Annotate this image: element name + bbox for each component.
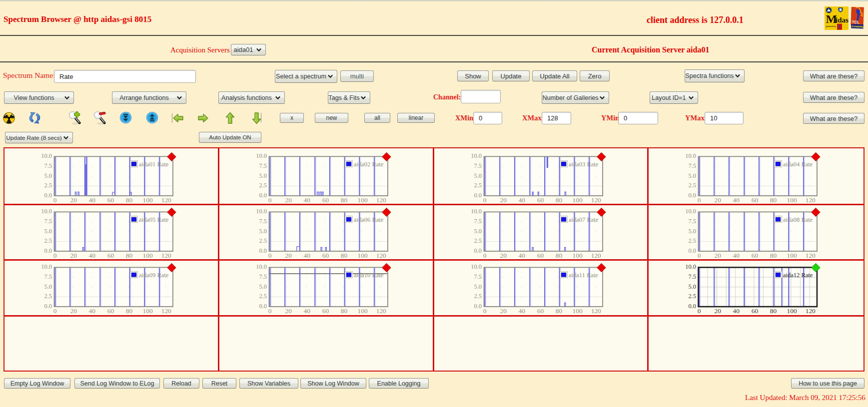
svg-text:5.0: 5.0 [689, 227, 697, 234]
svg-text:10.0: 10.0 [41, 208, 52, 215]
svg-text:80: 80 [341, 251, 348, 257]
svg-text:100: 100 [787, 307, 797, 313]
svg-text:5.0: 5.0 [474, 172, 482, 179]
svg-text:60: 60 [537, 307, 544, 313]
svg-text:100: 100 [572, 307, 582, 313]
svg-text:100: 100 [787, 251, 797, 257]
svg-text:100: 100 [357, 307, 367, 313]
svg-text:20: 20 [285, 196, 292, 202]
svg-text:120: 120 [376, 196, 386, 202]
svg-text:100: 100 [357, 196, 367, 202]
svg-text:0.0: 0.0 [44, 303, 52, 310]
svg-text:120: 120 [806, 307, 816, 313]
svg-text:0: 0 [53, 196, 57, 202]
svg-text:60: 60 [107, 251, 114, 257]
svg-text:aida12 Rate: aida12 Rate [783, 272, 813, 279]
svg-text:10.0: 10.0 [471, 263, 482, 270]
svg-text:0: 0 [698, 251, 701, 257]
svg-text:5.0: 5.0 [689, 283, 697, 290]
svg-text:20: 20 [715, 251, 722, 257]
svg-text:2.5: 2.5 [44, 237, 52, 244]
svg-text:80: 80 [126, 196, 133, 202]
svg-text:aida01 Rate: aida01 Rate [139, 161, 169, 168]
svg-text:7.5: 7.5 [474, 162, 482, 169]
svg-text:2.5: 2.5 [689, 182, 697, 189]
svg-text:20: 20 [715, 196, 722, 202]
svg-text:0: 0 [53, 307, 57, 313]
svg-text:aida10 Rate: aida10 Rate [354, 272, 384, 279]
svg-text:60: 60 [752, 251, 759, 257]
svg-text:60: 60 [752, 307, 759, 313]
svg-text:aida11 Rate: aida11 Rate [568, 272, 598, 279]
svg-text:POWERED: POWERED [852, 25, 865, 28]
svg-text:120: 120 [591, 307, 601, 313]
svg-text:120: 120 [161, 196, 171, 202]
svg-text:0.0: 0.0 [474, 192, 482, 199]
svg-text:80: 80 [341, 196, 348, 202]
svg-text:20: 20 [500, 251, 507, 257]
svg-text:10.0: 10.0 [256, 263, 267, 270]
svg-text:100: 100 [357, 251, 367, 257]
svg-text:0: 0 [698, 307, 701, 313]
svg-text:40: 40 [518, 196, 525, 202]
svg-text:120: 120 [376, 307, 386, 313]
svg-text:60: 60 [107, 307, 114, 313]
svg-text:0.0: 0.0 [259, 303, 267, 310]
svg-text:5.0: 5.0 [474, 227, 482, 234]
svg-text:7.5: 7.5 [259, 162, 267, 169]
svg-text:7.5: 7.5 [689, 217, 697, 224]
svg-text:aida08 Rate: aida08 Rate [783, 216, 813, 223]
svg-text:60: 60 [107, 196, 114, 202]
svg-text:40: 40 [518, 251, 525, 257]
svg-text:120: 120 [591, 251, 601, 257]
svg-text:2.5: 2.5 [474, 293, 482, 300]
svg-text:20: 20 [715, 307, 722, 313]
svg-text:5.0: 5.0 [474, 283, 482, 290]
svg-text:7.5: 7.5 [44, 162, 52, 169]
svg-text:2.5: 2.5 [474, 237, 482, 244]
svg-text:0: 0 [268, 196, 272, 202]
svg-text:10.0: 10.0 [41, 152, 52, 159]
svg-text:60: 60 [752, 196, 759, 202]
svg-text:10.0: 10.0 [256, 208, 267, 215]
svg-text:40: 40 [733, 251, 740, 257]
svg-text:5.0: 5.0 [44, 172, 52, 179]
svg-text:10.0: 10.0 [256, 152, 267, 159]
svg-text:100: 100 [572, 251, 582, 257]
svg-text:60: 60 [322, 196, 329, 202]
svg-text:aida03 Rate: aida03 Rate [568, 161, 598, 168]
svg-text:0: 0 [483, 196, 486, 202]
svg-text:40: 40 [89, 196, 96, 202]
svg-text:120: 120 [161, 251, 171, 257]
svg-text:7.5: 7.5 [474, 273, 482, 280]
svg-text:20: 20 [285, 307, 292, 313]
svg-text:0.0: 0.0 [44, 192, 52, 199]
svg-text:2.5: 2.5 [474, 182, 482, 189]
svg-text:aida05 Rate: aida05 Rate [139, 216, 169, 223]
svg-text:20: 20 [70, 251, 77, 257]
svg-text:aida02 Rate: aida02 Rate [354, 161, 384, 168]
svg-text:2.5: 2.5 [44, 293, 52, 300]
svg-text:40: 40 [303, 307, 310, 313]
svg-text:100: 100 [572, 196, 582, 202]
svg-text:5.0: 5.0 [259, 227, 267, 234]
svg-text:0.0: 0.0 [259, 247, 267, 254]
svg-text:100: 100 [143, 196, 153, 202]
svg-text:80: 80 [770, 251, 777, 257]
svg-text:40: 40 [733, 196, 740, 202]
svg-text:20: 20 [500, 196, 507, 202]
svg-text:aida07 Rate: aida07 Rate [568, 216, 598, 223]
svg-text:aida09 Rate: aida09 Rate [139, 272, 169, 279]
svg-text:2.5: 2.5 [44, 182, 52, 189]
svg-text:7.5: 7.5 [44, 273, 52, 280]
svg-text:120: 120 [161, 307, 171, 313]
svg-text:120: 120 [376, 251, 386, 257]
svg-text:7.5: 7.5 [259, 273, 267, 280]
svg-text:5.0: 5.0 [44, 227, 52, 234]
svg-text:60: 60 [537, 196, 544, 202]
svg-text:2.5: 2.5 [689, 237, 697, 244]
svg-text:100: 100 [143, 307, 153, 313]
svg-text:80: 80 [770, 307, 777, 313]
svg-text:40: 40 [303, 251, 310, 257]
svg-text:120: 120 [806, 251, 816, 257]
